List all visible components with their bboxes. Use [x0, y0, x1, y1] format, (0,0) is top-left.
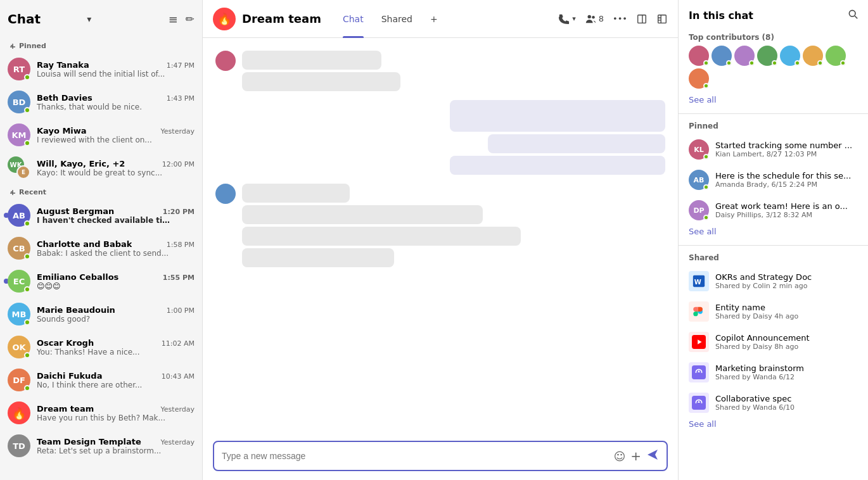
- pinned-section-label: Pinned: [0, 38, 202, 53]
- svg-rect-4: [658, 15, 667, 23]
- chat-title: Dream team: [242, 12, 321, 25]
- chat-name: Dream team: [37, 404, 94, 414]
- pinned-text: Here is the schedule for this se...: [715, 171, 858, 180]
- chat-preview: Thanks, that would be nice.: [37, 103, 176, 111]
- chat-time: 1:20 PM: [163, 208, 195, 216]
- chat-name: August Bergman: [37, 206, 114, 216]
- pinned-avatar: KL: [689, 139, 709, 160]
- chat-item-kayo-miwa[interactable]: KM Kayo Miwa Yesterday I reviewed with t…: [0, 118, 202, 151]
- message-bubble: [242, 248, 394, 267]
- message-bubble: [488, 134, 665, 153]
- chat-time: 1:58 PM: [167, 241, 195, 249]
- pinned-item-2[interactable]: AB Here is the schedule for this se... A…: [679, 165, 868, 195]
- shared-see-all[interactable]: See all: [679, 418, 868, 435]
- chat-item-daichi[interactable]: DF Daichi Fukuda 10:43 AM No, I think th…: [0, 363, 202, 396]
- expand-button[interactable]: [656, 13, 668, 25]
- sidebar-title: Chat: [8, 11, 84, 27]
- chat-item-beth-davies[interactable]: BD Beth Davies 1:43 PM Thanks, that woul…: [0, 85, 202, 118]
- avatar: MB: [8, 303, 30, 325]
- tab-add[interactable]: +: [421, 0, 447, 38]
- chat-item-ray-tanaka[interactable]: RT Ray Tanaka 1:47 PM Louisa will send t…: [0, 53, 202, 85]
- chat-input-box: ☺ +: [213, 441, 668, 471]
- shared-meta: Shared by Wanda 6/10: [715, 403, 858, 412]
- loop-icon: [689, 362, 709, 382]
- shared-item-marketing[interactable]: Marketing brainstorm Shared by Wanda 6/1…: [679, 357, 868, 388]
- right-panel-title: In this chat: [689, 9, 753, 22]
- pinned-item-3[interactable]: DP Great work team! Here is an o... Dais…: [679, 195, 868, 225]
- recent-section-label: Recent: [0, 184, 202, 199]
- chat-item-will-kayo[interactable]: WK E Will, Kayo, Eric, +2 12:00 PM Kayo:…: [0, 151, 202, 184]
- chat-item-oscar[interactable]: OK Oscar Krogh 11:02 AM You: Thanks! Hav…: [0, 331, 202, 363]
- figma-icon: [689, 301, 709, 322]
- shared-info: Collaborative spec Shared by Wanda 6/10: [715, 394, 858, 412]
- chat-preview: You: Thanks! Have a nice...: [37, 348, 176, 357]
- chat-item-marie[interactable]: MB Marie Beaudouin 1:00 PM Sounds good?: [0, 298, 202, 331]
- message-input[interactable]: [222, 451, 608, 461]
- divider: [679, 245, 868, 246]
- call-button[interactable]: ▾: [558, 13, 576, 25]
- pinned-item-1[interactable]: KL Started tracking some number ... Kian…: [679, 134, 868, 165]
- chat-preview: 😊😊😊: [37, 282, 176, 291]
- contributor-avatar: [757, 46, 777, 66]
- message-bubble: [450, 100, 665, 132]
- shared-info: Entity name Shared by Daisy 4h ago: [715, 303, 858, 320]
- send-button[interactable]: [646, 448, 659, 464]
- chat-time: Yesterday: [161, 405, 195, 414]
- message-bubble: [242, 51, 381, 70]
- avatar: KM: [8, 123, 30, 146]
- pinned-text: Started tracking some number ...: [715, 141, 858, 150]
- chat-item-team-design[interactable]: TD Team Design Template Yesterday Reta: …: [0, 429, 202, 462]
- attach-button[interactable]: +: [630, 448, 641, 464]
- contributor-avatar: [780, 46, 800, 66]
- chat-name: Emiliano Ceballos: [37, 272, 118, 282]
- shared-item-collab-spec[interactable]: Collaborative spec Shared by Wanda 6/10: [679, 388, 868, 418]
- message-bubble: [242, 205, 483, 224]
- compose-icon[interactable]: ✏: [186, 13, 195, 25]
- contributor-avatar: [734, 46, 755, 66]
- contributors-see-all[interactable]: See all: [679, 94, 868, 111]
- shared-info: Copilot Announcement Shared by Daisy 8h …: [715, 333, 858, 351]
- avatar: BD: [8, 91, 30, 113]
- chat-item-charlotte-babak[interactable]: CB Charlotte and Babak 1:58 PM Babak: I …: [0, 232, 202, 265]
- chat-item-august-bergman[interactable]: AB August Bergman 1:20 PM I haven't chec…: [0, 199, 202, 232]
- chat-item-dream-team[interactable]: 🔥 Dream team Yesterday Have you run this…: [0, 396, 202, 429]
- message-bubble: [242, 227, 521, 246]
- shared-info: Marketing brainstorm Shared by Wanda 6/1…: [715, 363, 858, 381]
- message-bubble: [242, 184, 350, 203]
- participants-button[interactable]: 8: [585, 13, 604, 25]
- word-icon: W: [689, 271, 709, 291]
- shared-meta: Shared by Colin 2 min ago: [715, 282, 858, 290]
- chat-name: Daichi Fukuda: [37, 371, 102, 381]
- chat-panel-button[interactable]: [636, 13, 648, 25]
- more-options-button[interactable]: •••: [613, 14, 627, 23]
- shared-item-copilot[interactable]: Copilot Announcement Shared by Daisy 8h …: [679, 327, 868, 357]
- chevron-down-icon[interactable]: ▾: [87, 14, 91, 24]
- message-row: [215, 51, 665, 91]
- chat-time: 1:00 PM: [167, 306, 195, 315]
- chat-name: Marie Beaudouin: [37, 305, 115, 315]
- avatar: OK: [8, 336, 30, 358]
- filter-icon[interactable]: ≡: [169, 13, 178, 26]
- shared-item-entity[interactable]: Entity name Shared by Daisy 4h ago: [679, 296, 868, 327]
- shared-meta: Shared by Daisy 8h ago: [715, 343, 858, 351]
- shared-name: Marketing brainstorm: [715, 363, 858, 373]
- pinned-meta: Kian Lambert, 8/27 12:03 PM: [715, 150, 858, 158]
- svg-point-5: [849, 10, 855, 16]
- search-icon[interactable]: [848, 9, 858, 22]
- contributor-avatar: [712, 46, 732, 66]
- contributors-label: Top contributors (8): [679, 28, 868, 46]
- chat-item-emiliano[interactable]: EC Emiliano Ceballos 1:55 PM 😊😊😊: [0, 265, 202, 298]
- main-header: 🔥 Dream team Chat Shared + ▾ 8 •••: [203, 0, 678, 38]
- chat-name: Will, Kayo, Eric, +2: [37, 159, 125, 168]
- tab-shared[interactable]: Shared: [373, 0, 421, 38]
- pinned-avatar: DP: [689, 200, 709, 220]
- message-row-outgoing: [215, 100, 665, 175]
- emoji-button[interactable]: ☺: [613, 450, 625, 463]
- chat-name: Kayo Miwa: [37, 126, 87, 136]
- pinned-see-all[interactable]: See all: [679, 225, 868, 243]
- avatar-group: WK E: [8, 156, 30, 179]
- chat-time: 1:55 PM: [163, 274, 195, 282]
- tab-chat[interactable]: Chat: [334, 0, 373, 38]
- shared-item-okrs[interactable]: W OKRs and Strategy Doc Shared by Colin …: [679, 266, 868, 296]
- avatar: RT: [8, 58, 30, 80]
